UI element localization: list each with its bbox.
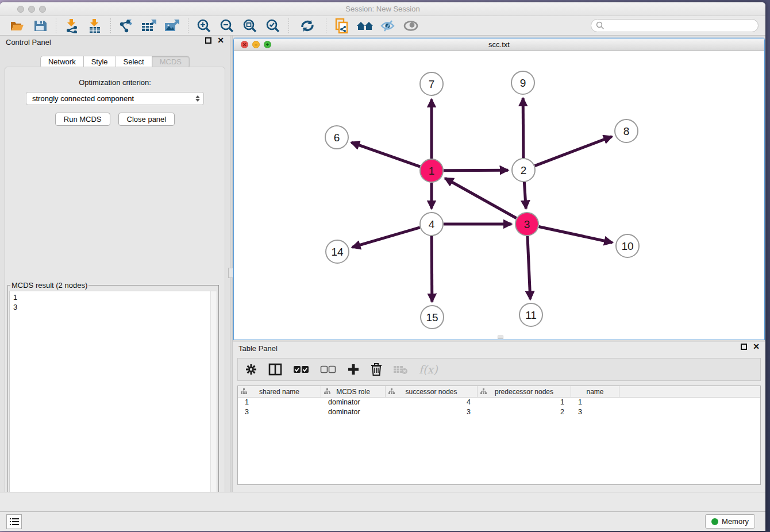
clone-network-icon[interactable]: [333, 18, 351, 34]
optimization-criterion-label: Optimization criterion:: [5, 78, 225, 87]
network-title: scc.txt: [234, 40, 764, 49]
svg-text:3: 3: [524, 218, 530, 230]
graph-node-9[interactable]: 9: [511, 71, 534, 94]
control-panel-title: Control Panel: [6, 38, 51, 47]
open-session-icon[interactable]: [9, 18, 26, 34]
edge-4-14[interactable]: [352, 228, 420, 248]
graph-node-3[interactable]: 3: [515, 213, 538, 236]
settings-icon[interactable]: [245, 361, 257, 377]
graph-node-6[interactable]: 6: [325, 126, 348, 149]
list-icon: [10, 518, 19, 526]
network-window-titlebar[interactable]: ✕ − + scc.txt: [234, 38, 764, 51]
criterion-select[interactable]: strongly connected component: [26, 92, 204, 105]
app-window: Session: New Session: [0, 2, 765, 531]
graph-node-8[interactable]: 8: [615, 119, 638, 142]
zoom-selected-icon[interactable]: [264, 18, 282, 34]
svg-text:11: 11: [525, 309, 537, 321]
column-header-shared_name[interactable]: shared name: [238, 386, 321, 397]
control-panel-close-icon[interactable]: ✕: [217, 37, 224, 44]
import-table-icon[interactable]: [86, 18, 103, 34]
svg-text:4: 4: [429, 218, 435, 230]
delete-column-icon[interactable]: [371, 361, 382, 377]
first-neighbors-icon[interactable]: [356, 18, 374, 34]
show-all-icon[interactable]: [402, 18, 419, 34]
cell-name[interactable]: 1: [571, 398, 619, 407]
toolbar-separator: [188, 18, 188, 33]
cell-successor_nodes[interactable]: 4: [386, 398, 478, 407]
table-panel-float-icon[interactable]: [741, 344, 747, 350]
export-table-icon[interactable]: [141, 18, 158, 34]
hide-selected-icon[interactable]: [379, 18, 396, 34]
table-panel-close-icon[interactable]: ✕: [753, 344, 760, 350]
zoom-fit-icon[interactable]: [241, 18, 259, 34]
import-network-icon[interactable]: [63, 18, 80, 34]
run-mcds-button[interactable]: Run MCDS: [55, 113, 110, 126]
graph-node-4[interactable]: 4: [420, 213, 443, 236]
node-table: shared nameMCDS rolesuccessor nodesprede…: [237, 385, 761, 485]
apply-layout-icon[interactable]: [299, 18, 316, 34]
table-row[interactable]: 3dominator323: [238, 407, 760, 417]
graph-node-14[interactable]: 14: [326, 240, 349, 263]
task-history-button[interactable]: [6, 514, 22, 529]
graph-node-15[interactable]: 15: [421, 306, 444, 329]
toolbar-separator: [110, 18, 111, 33]
status-bar: Memory: [0, 511, 765, 531]
edge-2-9[interactable]: [523, 98, 523, 158]
column-header-name[interactable]: name: [571, 386, 619, 397]
cell-mcds_role[interactable]: dominator: [321, 398, 386, 407]
table-panel: Table Panel ✕: [233, 342, 765, 511]
edge-1-2[interactable]: [444, 170, 508, 171]
edge-2-3[interactable]: [524, 182, 526, 209]
criterion-value: strongly connected component: [32, 94, 195, 103]
deselect-all-icon[interactable]: [320, 361, 336, 377]
graph-node-2[interactable]: 2: [512, 159, 535, 182]
column-header-predecessor_nodes[interactable]: predecessor nodes: [478, 386, 571, 397]
control-panel: Control Panel ✕ NetworkStyleSelectMCDS O…: [0, 36, 230, 511]
memory-button[interactable]: Memory: [705, 514, 755, 529]
export-network-icon[interactable]: [118, 18, 135, 34]
result-scrollbar[interactable]: [210, 291, 217, 499]
search-box[interactable]: [591, 19, 759, 32]
memory-label: Memory: [722, 517, 749, 526]
graph-node-10[interactable]: 10: [616, 234, 639, 257]
mcds-result-group: MCDS result (2 nodes) 1 3: [7, 281, 219, 502]
network-view-window: ✕ − + scc.txt 7968124314101511: [233, 38, 765, 340]
graph-node-1[interactable]: 1: [420, 159, 443, 182]
cell-shared_name[interactable]: 1: [238, 398, 321, 407]
canvas-grip[interactable]: [498, 336, 503, 339]
export-image-icon[interactable]: [164, 18, 181, 34]
column-header-successor_nodes[interactable]: successor nodes: [386, 386, 478, 397]
zoom-in-icon[interactable]: [195, 18, 213, 34]
graph-node-11[interactable]: 11: [519, 303, 542, 326]
select-all-icon[interactable]: [293, 361, 309, 377]
search-input[interactable]: [607, 21, 753, 30]
cell-mcds_role[interactable]: dominator: [321, 407, 386, 417]
add-column-icon[interactable]: [347, 361, 360, 377]
select-stepper-icon: [195, 95, 200, 102]
save-session-icon[interactable]: [32, 18, 49, 34]
cell-predecessor_nodes[interactable]: 2: [478, 407, 571, 417]
edge-3-11[interactable]: [528, 236, 530, 299]
network-graph[interactable]: 7968124314101511: [234, 51, 764, 340]
mcds-panel: Optimization criterion: strongly connect…: [5, 67, 225, 509]
edge-2-8[interactable]: [535, 137, 612, 166]
edge-3-10[interactable]: [539, 226, 613, 242]
split-view-icon[interactable]: [268, 361, 282, 377]
control-panel-float-icon[interactable]: [205, 37, 211, 44]
cell-shared_name[interactable]: 3: [238, 407, 321, 417]
edge-3-1[interactable]: [445, 178, 517, 218]
close-panel-button[interactable]: Close panel: [118, 113, 175, 126]
network-canvas[interactable]: 7968124314101511: [234, 51, 764, 340]
cell-predecessor_nodes[interactable]: 1: [478, 398, 571, 407]
svg-text:14: 14: [331, 246, 344, 258]
graph-node-7[interactable]: 7: [420, 72, 443, 95]
mcds-result-text[interactable]: 1 3: [9, 291, 217, 500]
zoom-out-icon[interactable]: [218, 18, 236, 34]
table-row[interactable]: 1dominator411: [238, 398, 760, 407]
svg-text:1: 1: [429, 165, 435, 177]
cell-name[interactable]: 3: [571, 407, 619, 417]
edge-1-6[interactable]: [351, 142, 420, 167]
cell-successor_nodes[interactable]: 3: [386, 407, 478, 417]
column-header-mcds_role[interactable]: MCDS role: [321, 386, 386, 397]
edge-4-15[interactable]: [432, 236, 432, 302]
